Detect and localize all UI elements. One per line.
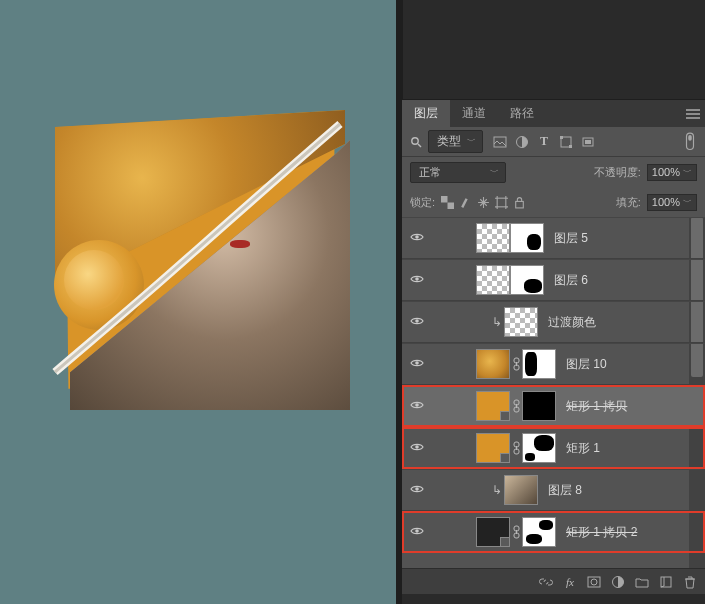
link-icon [510, 525, 522, 539]
new-layer-icon[interactable] [659, 575, 673, 589]
svg-rect-13 [497, 198, 506, 207]
tab-channels[interactable]: 通道 [450, 100, 498, 127]
lock-transparency-icon[interactable] [441, 196, 454, 209]
fx-icon[interactable]: fx [563, 575, 577, 589]
layer-row[interactable]: 图层 5 [402, 217, 705, 259]
svg-rect-34 [661, 577, 671, 587]
layer-name[interactable]: 图层 10 [566, 356, 607, 373]
layer-name[interactable]: 过渡颜色 [548, 314, 596, 331]
visibility-toggle[interactable] [402, 525, 432, 539]
tab-paths[interactable]: 路径 [498, 100, 546, 127]
layer-mask-thumbnail[interactable] [510, 223, 544, 253]
add-mask-icon[interactable] [587, 575, 601, 589]
lock-position-icon[interactable] [477, 196, 490, 209]
layer-thumbnail[interactable] [476, 265, 510, 295]
visibility-toggle[interactable] [402, 483, 432, 497]
opacity-label: 不透明度: [594, 165, 641, 180]
svg-point-27 [415, 487, 419, 491]
chevron-down-icon: ﹀ [683, 196, 692, 209]
layer-thumbnail[interactable] [476, 349, 510, 379]
svg-rect-14 [516, 201, 524, 208]
layer-mask-thumbnail[interactable] [510, 265, 544, 295]
canvas[interactable] [0, 0, 396, 604]
new-adjustment-icon[interactable] [611, 575, 625, 589]
delete-layer-icon[interactable] [683, 575, 697, 589]
panel-menu-icon[interactable] [681, 100, 705, 127]
chevron-down-icon: ﹀ [683, 166, 692, 179]
svg-point-17 [415, 319, 419, 323]
opacity-input[interactable]: 100% ﹀ [647, 164, 697, 181]
layer-row[interactable]: 矩形 1 [402, 427, 705, 469]
visibility-toggle[interactable] [402, 231, 432, 245]
lock-row: 锁定: 填充: 100% ﹀ [402, 187, 705, 217]
blend-mode-dropdown[interactable]: 正常 ﹀ [410, 162, 506, 183]
lock-pixels-icon[interactable] [459, 196, 472, 209]
panel-footer: fx [402, 568, 705, 594]
svg-point-24 [415, 445, 419, 449]
svg-rect-7 [585, 140, 591, 144]
lock-all-icon[interactable] [513, 196, 526, 209]
shape-layer-filter-icon[interactable] [559, 135, 573, 149]
layer-name[interactable]: 矩形 1 [566, 440, 600, 457]
chevron-down-icon: ﹀ [467, 135, 476, 148]
svg-rect-9 [688, 135, 691, 141]
layer-name[interactable]: 图层 5 [554, 230, 588, 247]
layer-thumbnail[interactable] [476, 517, 510, 547]
clip-indicator-icon: ↳ [490, 483, 504, 497]
tab-layers[interactable]: 图层 [402, 100, 450, 127]
filter-type-dropdown[interactable]: 类型 ﹀ [428, 130, 483, 153]
eye-icon [410, 273, 424, 287]
visibility-toggle[interactable] [402, 357, 432, 371]
type-layer-filter-icon[interactable]: T [537, 135, 551, 149]
layer-row[interactable]: 图层 10 [402, 343, 705, 385]
eye-icon [410, 525, 424, 539]
lock-artboard-icon[interactable] [495, 196, 508, 209]
layer-thumbnail[interactable] [504, 307, 538, 337]
artwork [60, 120, 340, 400]
fill-input[interactable]: 100% ﹀ [647, 194, 697, 211]
new-group-icon[interactable] [635, 575, 649, 589]
svg-rect-5 [569, 145, 572, 148]
svg-point-0 [412, 137, 418, 143]
layer-row[interactable]: 图层 6 [402, 259, 705, 301]
layer-mask-thumbnail[interactable] [522, 433, 556, 463]
layer-name[interactable]: 矩形 1 拷贝 [566, 398, 627, 415]
opacity-value: 100% [652, 166, 680, 178]
layer-thumbnail[interactable] [504, 475, 538, 505]
rose [54, 240, 144, 330]
layer-mask-thumbnail[interactable] [522, 349, 556, 379]
visibility-toggle[interactable] [402, 399, 432, 413]
lock-label: 锁定: [410, 195, 435, 210]
eye-icon [410, 315, 424, 329]
layer-mask-thumbnail[interactable] [522, 391, 556, 421]
fill-label: 填充: [616, 195, 641, 210]
svg-point-18 [415, 361, 419, 365]
layer-name[interactable]: 图层 8 [548, 482, 582, 499]
layer-row[interactable]: 矩形 1 拷贝 [402, 385, 705, 427]
shape-badge-icon [500, 537, 510, 547]
visibility-toggle[interactable] [402, 273, 432, 287]
eye-icon [410, 357, 424, 371]
smart-object-filter-icon[interactable] [581, 135, 595, 149]
visibility-toggle[interactable] [402, 441, 432, 455]
svg-rect-12 [448, 202, 455, 209]
layer-thumbnail[interactable] [476, 223, 510, 253]
blend-row: 正常 ﹀ 不透明度: 100% ﹀ [402, 157, 705, 187]
layer-row[interactable]: ↳图层 8 [402, 469, 705, 511]
layer-name[interactable]: 图层 6 [554, 272, 588, 289]
adjustment-layer-filter-icon[interactable] [515, 135, 529, 149]
link-layers-icon[interactable] [539, 575, 553, 589]
layer-row[interactable]: 矩形 1 拷贝 2 [402, 511, 705, 553]
visibility-toggle[interactable] [402, 315, 432, 329]
layer-name[interactable]: 矩形 1 拷贝 2 [566, 524, 637, 541]
layer-row[interactable]: ↳过渡颜色 [402, 301, 705, 343]
layer-mask-thumbnail[interactable] [522, 517, 556, 547]
panel-bottom-gap [402, 594, 705, 604]
svg-point-16 [415, 277, 419, 281]
layer-thumbnail[interactable] [476, 391, 510, 421]
image-layer-filter-icon[interactable] [493, 135, 507, 149]
filter-toggle-icon[interactable] [683, 135, 697, 149]
eye-icon [410, 483, 424, 497]
layer-list[interactable]: 图层 5图层 6↳过渡颜色图层 10矩形 1 拷贝矩形 1↳图层 8矩形 1 拷… [402, 217, 705, 568]
layer-thumbnail[interactable] [476, 433, 510, 463]
